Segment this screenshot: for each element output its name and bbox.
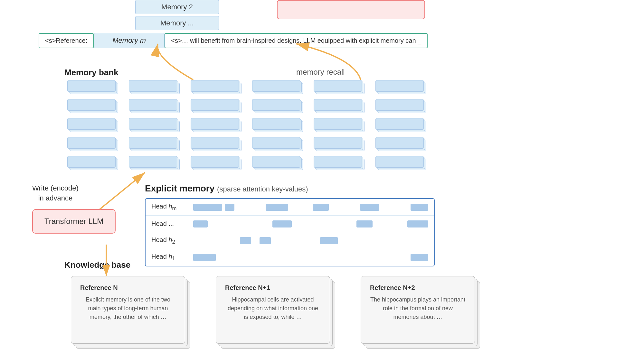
em-label-ellipsis: Head ...	[151, 220, 193, 227]
em-bars-h1	[193, 254, 428, 261]
memory-bank-cell	[311, 99, 366, 113]
em-label-h2: Head h2	[151, 236, 193, 245]
em-bar	[313, 204, 329, 211]
kb-card-n1-front: Reference N+1 Hippocampal cells are acti…	[216, 276, 330, 344]
memory-bank-cell	[126, 118, 182, 132]
kb-card-n-front: Reference N Explicit memory is one of th…	[71, 276, 185, 344]
memory-bank-cell	[373, 118, 428, 132]
transformer-llm-box: Transformer LLM	[32, 209, 116, 234]
memory-bank-cell	[249, 80, 305, 94]
memory-bank-cell	[126, 136, 182, 151]
knowledge-base-label: Knowledge base	[64, 260, 130, 270]
ref-text-box: <s>… will benefit from brain-inspired de…	[165, 33, 428, 48]
memory-bank-cell	[64, 99, 120, 113]
memory-bank-label: Memory bank	[64, 68, 118, 78]
em-bar	[356, 220, 373, 227]
em-label-hm: Head hm	[151, 203, 193, 212]
em-label-h1: Head h1	[151, 253, 193, 262]
explicit-memory-title: Explicit memory (sparse attention key-va…	[145, 183, 435, 194]
kb-card-stack-n: Reference N Explicit memory is one of th…	[71, 276, 190, 353]
em-bar	[240, 237, 251, 244]
kb-card-n2-text: The hippocampus plays an important role …	[370, 295, 466, 321]
em-bars-hm	[193, 204, 428, 211]
kb-card-n-title: Reference N	[80, 284, 176, 292]
memory-bank-cell	[188, 118, 243, 132]
knowledge-base-cards: Reference N Explicit memory is one of th…	[71, 276, 480, 353]
memory-bank-cell	[126, 99, 182, 113]
memory-bank-cell	[249, 136, 305, 151]
memory-bank-cell	[188, 155, 243, 170]
em-bars-h2	[193, 237, 428, 244]
kb-card-n2-title: Reference N+2	[370, 284, 466, 292]
memory-bank-cell	[373, 99, 428, 113]
memory-bank-cell	[188, 136, 243, 151]
em-bar	[272, 220, 292, 227]
memory-bank-cell	[373, 80, 428, 94]
memory-bank-cell	[249, 99, 305, 113]
explicit-memory-table: Head hm Head ...	[145, 198, 435, 266]
memory-bank-cell	[249, 155, 305, 170]
diagram-container: Memory 2 Memory ... <s>Reference: Memory…	[0, 0, 644, 362]
em-bar	[260, 237, 271, 244]
em-bar	[407, 220, 428, 227]
em-bars-ellipsis	[193, 220, 428, 227]
memory-bank-cell	[126, 155, 182, 170]
explicit-memory-section: Explicit memory (sparse attention key-va…	[145, 183, 435, 266]
memory-bank-cell	[311, 80, 366, 94]
kb-card-stack-n1: Reference N+1 Hippocampal cells are acti…	[216, 276, 335, 353]
kb-card-stack-n2: Reference N+2 The hippocampus plays an i…	[361, 276, 480, 353]
em-row-h2: Head h2	[146, 232, 434, 249]
em-row-h1: Head h1	[146, 249, 434, 266]
memory-bank-cell	[64, 118, 120, 132]
memory-bank-cell	[64, 155, 120, 170]
memory-bank-cell	[249, 118, 305, 132]
memory-bank-cell	[126, 80, 182, 94]
em-bar	[225, 204, 234, 211]
kb-card-n1-text: Hippocampal cells are activated dependin…	[225, 295, 321, 321]
memory-bank-cell	[373, 136, 428, 151]
em-bar	[266, 204, 288, 211]
explicit-memory-subtitle: (sparse attention key-values)	[217, 185, 308, 193]
memory-bank-grid	[64, 80, 428, 170]
em-bar	[360, 204, 379, 211]
em-row-ellipsis: Head ...	[146, 216, 434, 232]
write-encode-line1: Write (encode)	[32, 184, 79, 192]
memory-bank-cell	[64, 136, 120, 151]
em-bar	[411, 204, 428, 211]
em-bar	[411, 254, 428, 261]
em-bar	[193, 220, 208, 227]
memory-ellipsis-box: Memory ...	[135, 16, 219, 30]
memory-recall-label: memory recall	[296, 68, 345, 77]
kb-card-n-text: Explicit memory is one of the two main t…	[80, 295, 176, 321]
memory-bank-cell	[373, 155, 428, 170]
memory-bank-cell	[311, 118, 366, 132]
memory-bank-cell	[311, 136, 366, 151]
ref-label: <s>Reference:	[39, 33, 94, 48]
em-bar	[193, 204, 222, 211]
write-encode-label: Write (encode) in advance	[32, 183, 79, 203]
memory-bank-cell	[64, 80, 120, 94]
memory-m-box: Memory m	[94, 33, 165, 48]
em-bar	[193, 254, 216, 261]
kb-card-n1-title: Reference N+1	[225, 284, 321, 292]
memory-bank-cell	[188, 99, 243, 113]
top-right-pink-box	[277, 0, 425, 19]
em-bar	[320, 237, 338, 244]
memory-stack: Memory 2 Memory ...	[135, 0, 219, 30]
memory2-box: Memory 2	[135, 0, 219, 14]
reference-row: <s>Reference: Memory m <s>… will benefit…	[39, 33, 428, 48]
memory-bank-cell	[188, 80, 243, 94]
memory-bank-cell	[311, 155, 366, 170]
write-encode-line2: in advance	[38, 194, 72, 202]
em-row-hm: Head hm	[146, 199, 434, 216]
kb-card-n2-front: Reference N+2 The hippocampus plays an i…	[361, 276, 475, 344]
